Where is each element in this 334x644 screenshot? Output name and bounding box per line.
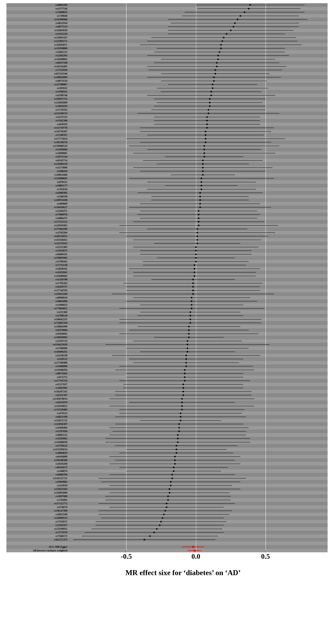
forest-row: rs139688524: [6, 144, 328, 148]
forest-row: rs3798519: [6, 314, 328, 318]
row-label: rs7313918: [6, 68, 69, 72]
forest-row: rs8071043: [6, 372, 328, 376]
row-label: rs9665898: [6, 300, 69, 303]
row-label: rs3768321: [6, 90, 69, 94]
forest-row: rs7732130: [6, 263, 328, 267]
forest-row: rs7572970: [6, 531, 328, 534]
forest-row: rs7633675: [6, 249, 328, 252]
forest-row: rs34990153: [6, 516, 328, 520]
row-label: rs4812934: [6, 21, 69, 25]
row-label: rs17744783: [6, 289, 69, 292]
forest-row: rs2062213: [6, 50, 328, 54]
forest-row: rs17772814: [6, 137, 328, 141]
row-label: rs6459737: [6, 285, 69, 289]
forest-row: rs72802358: [6, 321, 328, 325]
row-label: rs6600191: [6, 252, 69, 256]
forest-row: rs4688760: [6, 473, 328, 476]
row-label: rs340874: [6, 469, 69, 473]
forest-row: rs10750397: [6, 130, 328, 134]
row-label: rs4709746: [6, 94, 69, 97]
row-label: rs12920022: [6, 404, 69, 408]
row-label: rs11708067: [6, 83, 69, 86]
forest-row: rs340874: [6, 469, 328, 473]
row-label: rs67232546: [6, 72, 69, 76]
forest-row: rs12001437: [6, 36, 328, 40]
row-label: rs17791513: [6, 379, 69, 382]
row-label: rs1496653: [6, 303, 69, 307]
row-label: rs231360: [6, 310, 69, 314]
row-label: rs35895680: [6, 491, 69, 495]
row-label: rs1665901: [6, 386, 69, 390]
row-label: rs1007090: [6, 494, 69, 498]
forest-row: rs459193: [6, 122, 328, 126]
x-axis-label: MR effect sixe for ‘diabetes’ on ‘AD’: [38, 568, 328, 577]
row-label: rs35011184: [6, 292, 69, 296]
row-label: rs329122: [6, 357, 69, 361]
row-label: rs7240767: [6, 133, 69, 137]
forest-row: rs11063029: [6, 28, 328, 32]
forest-row: rs6885132: [6, 433, 328, 437]
forest-row: rs11063069: [6, 101, 328, 104]
row-label: rs4368494: [6, 426, 69, 430]
forest-row: rs348330: [6, 195, 328, 198]
row-label: rs2062213: [6, 50, 69, 54]
row-label: rs12910361: [6, 224, 69, 227]
forest-row: rs11688682: [6, 274, 328, 278]
row-label: rs11496066: [6, 18, 69, 21]
row-label: rs4977213: [6, 25, 69, 28]
forest-row: rs7966976: [6, 213, 328, 216]
row-label: rs17772814: [6, 137, 69, 141]
forest-row: rs13389219: [6, 162, 328, 166]
forest-row: rs17122772: [6, 502, 328, 506]
forest-row: rs56348580: [6, 458, 328, 462]
forest-plot: rs4865436rs2277536rs7669833rs739846rs114…: [0, 0, 334, 583]
forest-row: rs4925109: [6, 513, 328, 516]
forest-row: All-inverse variance weighted: [6, 549, 328, 552]
forest-row: rs2383205: [6, 54, 328, 58]
forest-row: rs2351707: [6, 393, 328, 397]
row-label: rs7325671: [6, 520, 69, 524]
row-label: rs10937721: [6, 97, 69, 101]
row-label: rs13330951: [6, 527, 69, 531]
forest-row: rs77464186: [6, 227, 328, 231]
forest-row: rs3094682: [6, 480, 328, 484]
forest-row: rs2107133: [6, 339, 328, 343]
forest-row: rs11680058: [6, 440, 328, 444]
row-label: rs10811660: [6, 173, 69, 177]
row-label: rs9379084: [6, 328, 69, 332]
row-label: rs35318451: [6, 238, 69, 242]
row-label: rs2925979: [6, 400, 69, 404]
forest-row: rs3019208: [6, 462, 328, 466]
forest-row: rs62271373: [6, 538, 328, 542]
forest-row: rs409689: [6, 202, 328, 206]
x-tick: 0.0: [191, 552, 200, 560]
row-label: rs1468906: [6, 364, 69, 368]
row-label: rs12719778: [6, 126, 69, 130]
x-tick: 0.5: [261, 552, 270, 560]
forest-row: rs9873519: [6, 79, 328, 83]
forest-row: rs1431841: [6, 270, 328, 274]
forest-row: rs17168486: [6, 361, 328, 365]
forest-row: rs672271: [6, 376, 328, 379]
row-label: rs6821438: [6, 415, 69, 419]
row-label: rs141521721: [6, 476, 69, 480]
forest-row: rs1800861: [6, 152, 328, 155]
forest-row: rs55653563: [6, 487, 328, 491]
forest-row: rs12140153: [6, 112, 328, 115]
row-label: rs77864822: [6, 307, 69, 310]
row-label: rs55872725: [6, 419, 69, 422]
forest-row: rs702634: [6, 188, 328, 191]
row-label: rs2215383: [6, 245, 69, 249]
forest-row: rs6459737: [6, 285, 328, 289]
row-label: rs1061810: [6, 104, 69, 108]
row-label: rs10830963: [6, 336, 69, 339]
forest-row: rs2767036: [6, 430, 328, 433]
row-label: rs2292662: [6, 437, 69, 440]
forest-row: rs9304665: [6, 332, 328, 336]
forest-row: rs6545714: [6, 159, 328, 162]
row-label: rs2080385: [6, 191, 69, 195]
forest-row: rs1517037: [6, 382, 328, 386]
forest-row: rs8008910: [6, 296, 328, 300]
forest-row: rs17522122: [6, 220, 328, 224]
x-tick: -0.5: [121, 552, 132, 560]
